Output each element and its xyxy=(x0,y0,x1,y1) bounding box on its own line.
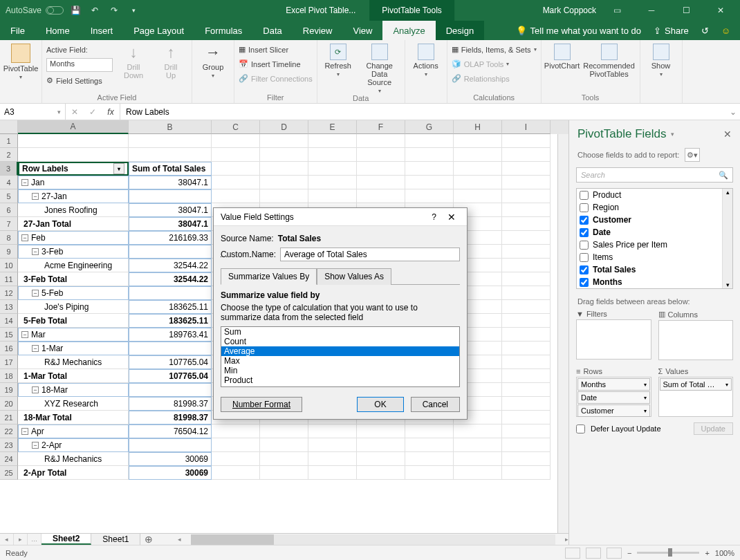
cell[interactable]: 189763.41 xyxy=(129,328,212,342)
zoom-level[interactable]: 100% xyxy=(715,549,734,557)
expand-formula-bar-icon[interactable]: ⌄ xyxy=(726,104,740,120)
field-item-sales-price-per-item[interactable]: Sales Price per Item xyxy=(577,239,722,251)
ok-button[interactable]: OK xyxy=(357,397,403,412)
cell[interactable] xyxy=(260,176,308,189)
cell[interactable] xyxy=(129,148,212,162)
field-item-total-sales[interactable]: Total Sales xyxy=(577,263,722,276)
area-chip[interactable]: Date▾ xyxy=(577,391,650,404)
field-search-input[interactable]: Search 🔍 xyxy=(576,167,733,183)
dialog-help-icon[interactable]: ? xyxy=(425,212,443,222)
column-header-I[interactable]: I xyxy=(502,120,551,134)
collapse-icon[interactable]: − xyxy=(32,386,39,393)
normal-view-icon[interactable] xyxy=(565,548,580,559)
cell[interactable]: −2-Apr xyxy=(18,438,129,452)
row-header[interactable]: 4 xyxy=(0,176,18,189)
row-header[interactable]: 8 xyxy=(0,231,18,245)
field-item-months[interactable]: Months xyxy=(577,276,722,288)
row-header[interactable]: 5 xyxy=(0,189,18,203)
smiley-icon[interactable]: ☺ xyxy=(721,26,730,36)
cell[interactable] xyxy=(308,424,357,438)
number-format-button[interactable]: Number Format xyxy=(221,397,302,412)
zoom-slider[interactable] xyxy=(637,552,699,554)
cell[interactable] xyxy=(357,134,405,148)
columns-drop-area[interactable] xyxy=(658,320,734,360)
row-header[interactable]: 21 xyxy=(0,411,18,424)
collapse-icon[interactable]: − xyxy=(21,331,28,338)
cell[interactable] xyxy=(357,438,405,452)
cell[interactable]: −1-Mar xyxy=(18,342,129,355)
cell[interactable] xyxy=(357,189,405,203)
cell[interactable] xyxy=(454,424,502,438)
row-header[interactable]: 6 xyxy=(0,203,18,217)
qat-customize-icon[interactable]: ▾ xyxy=(126,3,141,18)
field-checkbox[interactable] xyxy=(580,253,589,262)
custom-name-input[interactable]: Average of Total Sales xyxy=(280,248,460,261)
collapse-icon[interactable]: − xyxy=(21,428,28,435)
tab-review[interactable]: Review xyxy=(293,21,343,40)
cell[interactable] xyxy=(357,466,405,480)
relationships-button[interactable]: 🔗Relationships xyxy=(452,71,537,86)
minimize-icon[interactable]: ─ xyxy=(638,3,665,18)
cell[interactable] xyxy=(454,438,502,452)
cell[interactable] xyxy=(18,134,129,148)
row-header[interactable]: 10 xyxy=(0,259,18,272)
function-option-average[interactable]: Average xyxy=(221,346,459,356)
row-header[interactable]: 9 xyxy=(0,245,18,259)
cell[interactable] xyxy=(260,424,308,438)
formula-input[interactable]: Row Labels xyxy=(120,104,726,120)
cell[interactable] xyxy=(502,355,551,369)
cell[interactable]: −18-Mar xyxy=(18,383,129,397)
row-header[interactable]: 15 xyxy=(0,328,18,342)
cell[interactable]: Jones Roofing xyxy=(18,203,129,217)
field-checkbox[interactable] xyxy=(580,265,589,274)
column-header-C[interactable]: C xyxy=(212,120,260,134)
update-button[interactable]: Update xyxy=(694,422,733,435)
cell[interactable] xyxy=(454,148,502,162)
field-item-product[interactable]: Product xyxy=(577,189,722,201)
cell[interactable] xyxy=(502,342,551,355)
cell[interactable] xyxy=(502,162,551,176)
cell[interactable] xyxy=(260,452,308,466)
cell[interactable] xyxy=(357,424,405,438)
cell[interactable]: −5-Feb xyxy=(18,286,129,300)
cell[interactable] xyxy=(357,162,405,176)
sheet-nav-prev-icon[interactable]: ◂ xyxy=(0,534,14,545)
cell[interactable]: 107765.04 xyxy=(129,355,212,369)
row-header[interactable]: 23 xyxy=(0,438,18,452)
cell[interactable] xyxy=(454,466,502,480)
cell[interactable] xyxy=(212,438,260,452)
cell[interactable]: Joe's Piping xyxy=(18,300,129,314)
cell[interactable] xyxy=(212,148,260,162)
cell[interactable]: XYZ Research xyxy=(18,397,129,411)
field-list-scrollbar[interactable]: ▴▾ xyxy=(722,189,732,288)
field-checkbox[interactable] xyxy=(580,228,589,237)
cell[interactable] xyxy=(502,148,551,162)
cell[interactable]: 38047.1 xyxy=(129,176,212,189)
name-box[interactable]: A3▾ xyxy=(0,104,66,120)
cell[interactable] xyxy=(502,217,551,231)
olap-tools-button[interactable]: 🧊OLAP Tools▾ xyxy=(452,57,537,71)
field-checkbox[interactable] xyxy=(580,191,589,200)
horizontal-scrollbar[interactable]: ◂ ▸ xyxy=(178,534,568,545)
ribbon-display-icon[interactable]: ▭ xyxy=(603,3,631,18)
row-header[interactable]: 2 xyxy=(0,148,18,162)
cell[interactable] xyxy=(260,466,308,480)
area-chip[interactable]: Customer▾ xyxy=(577,404,650,417)
cell[interactable]: 30069 xyxy=(129,452,212,466)
cell[interactable]: 5-Feb Total xyxy=(18,314,129,328)
enter-formula-icon[interactable]: ✓ xyxy=(84,107,102,117)
rows-drop-area[interactable]: Months▾Date▾Customer▾ xyxy=(576,377,651,417)
column-header-F[interactable]: F xyxy=(357,120,405,134)
cell[interactable] xyxy=(502,328,551,342)
show-button[interactable]: Show▾ xyxy=(645,42,678,86)
cell[interactable]: 3-Feb Total xyxy=(18,272,129,286)
cancel-button[interactable]: Cancel xyxy=(411,397,460,412)
row-header[interactable]: 24 xyxy=(0,452,18,466)
zoom-out-icon[interactable]: − xyxy=(627,549,631,557)
cell[interactable] xyxy=(502,272,551,286)
cell[interactable] xyxy=(454,452,502,466)
cell[interactable]: 183625.11 xyxy=(129,300,212,314)
show-values-as-tab[interactable]: Show Values As xyxy=(317,268,391,285)
cell[interactable] xyxy=(454,134,502,148)
tab-formulas[interactable]: Formulas xyxy=(194,21,252,40)
